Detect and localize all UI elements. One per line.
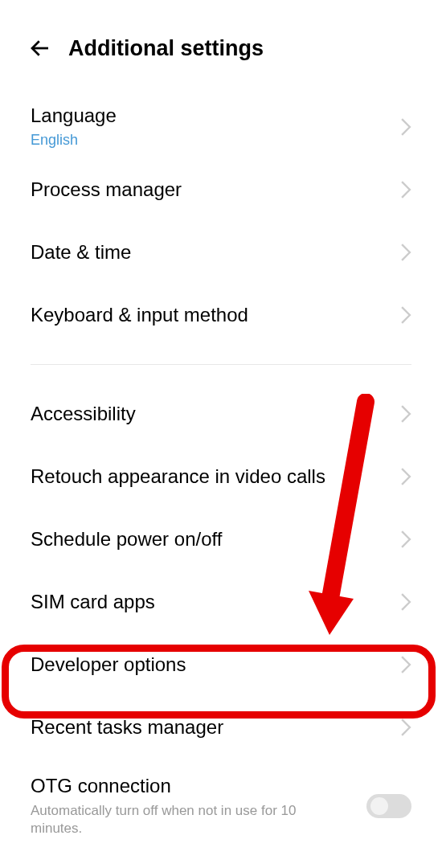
setting-label: Language	[31, 104, 400, 127]
setting-content: SIM card apps	[31, 591, 400, 613]
setting-language[interactable]: Language English	[31, 88, 411, 158]
settings-list: Language English Process manager Date & …	[0, 88, 442, 847]
chevron-right-icon	[400, 181, 411, 199]
chevron-right-icon	[400, 530, 411, 548]
setting-developer-options[interactable]: Developer options	[31, 633, 411, 696]
setting-accessibility[interactable]: Accessibility	[31, 383, 411, 445]
chevron-right-icon	[400, 244, 411, 261]
setting-content: Schedule power on/off	[31, 528, 400, 551]
setting-value: English	[31, 132, 400, 149]
page-title: Additional settings	[68, 36, 264, 61]
chevron-right-icon	[400, 405, 411, 423]
setting-date-time[interactable]: Date & time	[31, 221, 411, 284]
chevron-right-icon	[400, 719, 411, 736]
setting-recent-tasks[interactable]: Recent tasks manager	[31, 696, 411, 759]
setting-label: Keyboard & input method	[31, 304, 400, 326]
setting-content: Retouch appearance in video calls	[31, 465, 400, 488]
setting-schedule-power[interactable]: Schedule power on/off	[31, 508, 411, 571]
setting-content: Process manager	[31, 178, 400, 201]
setting-sim-card-apps[interactable]: SIM card apps	[31, 571, 411, 633]
header: Additional settings	[0, 0, 442, 88]
setting-content: Recent tasks manager	[31, 716, 400, 739]
setting-label: Accessibility	[31, 403, 400, 425]
setting-content: Developer options	[31, 653, 400, 676]
setting-label: Recent tasks manager	[31, 716, 400, 739]
setting-label: Retouch appearance in video calls	[31, 465, 400, 488]
chevron-right-icon	[400, 306, 411, 324]
setting-content: Date & time	[31, 241, 400, 264]
setting-label: Schedule power on/off	[31, 528, 400, 551]
setting-content: OTG connection Automatically turn off wh…	[31, 775, 366, 837]
setting-label: Date & time	[31, 241, 400, 264]
arrow-left-icon	[28, 36, 52, 60]
setting-label: Developer options	[31, 653, 400, 676]
setting-keyboard-input[interactable]: Keyboard & input method	[31, 284, 411, 346]
back-button[interactable]	[24, 32, 56, 64]
otg-toggle[interactable]	[366, 794, 411, 818]
chevron-right-icon	[400, 468, 411, 485]
setting-retouch-video[interactable]: Retouch appearance in video calls	[31, 445, 411, 508]
setting-content: Accessibility	[31, 403, 400, 425]
divider	[31, 364, 411, 365]
chevron-right-icon	[400, 656, 411, 674]
chevron-right-icon	[400, 593, 411, 611]
setting-content: Language English	[31, 104, 400, 149]
chevron-right-icon	[400, 118, 411, 136]
setting-label: OTG connection	[31, 775, 366, 797]
setting-description: Automatically turn off when not in use f…	[31, 802, 366, 837]
setting-content: Keyboard & input method	[31, 304, 400, 326]
setting-process-manager[interactable]: Process manager	[31, 158, 411, 221]
setting-label: Process manager	[31, 178, 400, 201]
setting-otg-connection[interactable]: OTG connection Automatically turn off wh…	[31, 759, 411, 847]
setting-label: SIM card apps	[31, 591, 400, 613]
toggle-knob	[370, 797, 388, 815]
